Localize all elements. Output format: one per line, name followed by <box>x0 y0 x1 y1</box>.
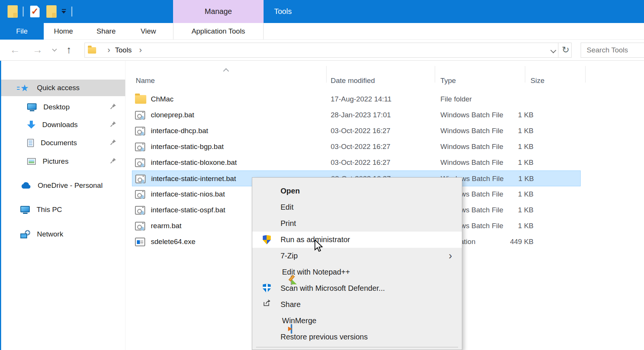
title-bar: ✓ Manage Tools <box>0 0 644 23</box>
batch-file-icon <box>135 218 145 234</box>
toolbar-separator <box>23 6 24 17</box>
monitor-icon <box>27 103 37 110</box>
sort-ascending-icon <box>223 68 229 74</box>
recent-locations-chevron-icon[interactable] <box>53 40 56 60</box>
batch-file-icon <box>135 155 145 170</box>
context-menu: Open Edit Print Run as administrator 7-Z… <box>252 177 462 350</box>
quick-access-star-icon: ★ <box>20 83 30 93</box>
table-row[interactable]: interface-static-bloxone.bat 03-Oct-2022… <box>132 155 581 170</box>
column-divider[interactable] <box>326 66 327 83</box>
sidebar-item-onedrive[interactable]: OneDrive - Personal <box>1 177 125 194</box>
menu-item-scan-with-defender[interactable]: Scan with Microsoft Defender... <box>252 280 462 296</box>
file-name: sdelete64.exe <box>151 234 195 250</box>
refresh-icon[interactable]: ↻ <box>562 45 569 55</box>
batch-file-icon <box>135 139 145 155</box>
address-dropdown-chevron-icon[interactable] <box>550 48 557 54</box>
menu-item-print[interactable]: Print <box>252 215 462 232</box>
sidebar-item-pictures[interactable]: Pictures <box>1 153 125 170</box>
menu-item-label: Open <box>281 187 300 195</box>
file-size: 1 KB <box>486 202 534 218</box>
tab-application-tools[interactable]: Application Tools <box>173 23 264 40</box>
uac-shield-icon <box>262 235 271 244</box>
column-header-date-modified[interactable]: Date modified <box>331 74 375 87</box>
menu-item-share[interactable]: Share <box>252 296 462 313</box>
file-date: 03-Oct-2022 16:27 <box>331 155 390 170</box>
file-size: 1 KB <box>486 218 534 234</box>
table-row[interactable]: cloneprep.bat 28-Jan-2023 17:01 Windows … <box>132 107 581 123</box>
folder-icon <box>135 91 146 107</box>
mouse-cursor <box>314 240 325 253</box>
batch-file-icon <box>135 107 145 123</box>
menu-item-restore-previous-versions[interactable]: Restore previous versions <box>252 329 462 345</box>
column-header-size[interactable]: Size <box>531 74 544 87</box>
column-divider[interactable] <box>525 66 525 83</box>
address-bar[interactable]: › Tools › ↻ <box>84 43 572 58</box>
file-date: 28-Jan-2023 17:01 <box>331 107 391 123</box>
onedrive-cloud-icon <box>20 182 31 189</box>
breadcrumb[interactable]: Tools <box>115 43 132 57</box>
pin-icon <box>110 103 117 112</box>
sidebar-item-quick-access[interactable]: ★ Quick access <box>1 80 125 96</box>
breadcrumb-chevron-icon[interactable]: › <box>139 43 142 57</box>
menu-item-edit[interactable]: Edit <box>252 199 462 215</box>
contextual-group-manage[interactable]: Manage <box>173 0 264 23</box>
checklist-icon[interactable]: ✓ <box>30 6 40 17</box>
menu-item-label: 7-Zip <box>281 252 298 260</box>
tab-share[interactable]: Share <box>97 23 116 40</box>
pin-icon <box>110 121 117 129</box>
batch-file-icon <box>135 123 145 139</box>
menu-item-run-as-administrator[interactable]: Run as administrator <box>252 232 462 248</box>
network-icon <box>20 230 30 238</box>
quick-access-toolbar: ✓ <box>8 5 79 18</box>
folder-icon[interactable] <box>46 5 57 18</box>
column-divider[interactable] <box>585 66 586 83</box>
column-divider[interactable] <box>435 66 435 83</box>
file-date: 03-Oct-2022 16:27 <box>331 123 390 139</box>
up-icon[interactable]: ↑ <box>66 40 72 60</box>
sidebar-item-desktop[interactable]: Desktop <box>1 99 125 115</box>
file-name: cloneprep.bat <box>151 107 194 123</box>
menu-item-label: Print <box>281 219 296 227</box>
tab-view[interactable]: View <box>141 23 156 40</box>
menu-item-open[interactable]: Open <box>252 183 462 199</box>
table-row[interactable]: interface-dhcp.bat 03-Oct-2022 16:27 Win… <box>132 123 581 139</box>
search-input[interactable]: Search Tools <box>581 43 644 58</box>
tab-home[interactable]: Home <box>54 23 73 40</box>
sidebar-item-network[interactable]: Network <box>1 226 125 243</box>
picture-icon <box>27 158 36 165</box>
table-row[interactable]: ChMac 17-Aug-2022 14:11 File folder <box>132 91 581 107</box>
file-date: 03-Oct-2022 16:27 <box>331 139 390 155</box>
menu-item-edit-with-notepadpp[interactable]: Edit with Notepad++ <box>252 264 462 280</box>
tab-file[interactable]: File <box>0 23 44 40</box>
table-row[interactable]: interface-static-bgp.bat 03-Oct-2022 16:… <box>132 139 581 155</box>
forward-icon[interactable]: → <box>32 40 43 60</box>
folder-icon <box>88 43 96 57</box>
pin-icon <box>110 157 117 166</box>
window-title: Tools <box>274 0 292 23</box>
sidebar-item-label: Documents <box>41 139 77 147</box>
customize-dropdown-icon[interactable] <box>61 9 66 14</box>
file-name: interface-static-internet.bat <box>151 171 236 187</box>
file-name: ChMac <box>151 91 173 107</box>
folder-icon[interactable] <box>8 5 18 18</box>
menu-item-7zip[interactable]: 7-Zip <box>252 248 462 264</box>
file-size <box>486 91 534 107</box>
download-arrow-icon <box>27 121 35 129</box>
sidebar-item-label: Quick access <box>37 84 80 92</box>
back-icon[interactable]: ← <box>10 40 20 60</box>
sidebar-item-downloads[interactable]: Downloads <box>1 117 125 133</box>
column-header-type[interactable]: Type <box>440 74 456 87</box>
file-type: File folder <box>440 91 472 107</box>
file-size: 449 KB <box>486 234 534 250</box>
menu-item-label: Scan with Microsoft Defender... <box>281 284 385 292</box>
sidebar-item-documents[interactable]: Documents <box>1 135 125 151</box>
file-name: interface-static-ospf.bat <box>151 202 225 218</box>
menu-item-winmerge[interactable]: WinMerge <box>252 313 462 329</box>
divider <box>558 43 558 57</box>
file-name: interface-dhcp.bat <box>151 123 208 139</box>
sidebar-item-this-pc[interactable]: This PC <box>1 201 125 218</box>
search-placeholder: Search Tools <box>587 46 628 54</box>
column-header-name[interactable]: Name <box>136 74 155 87</box>
file-size: 1 KB <box>487 171 534 187</box>
breadcrumb-chevron-icon[interactable]: › <box>107 43 110 57</box>
